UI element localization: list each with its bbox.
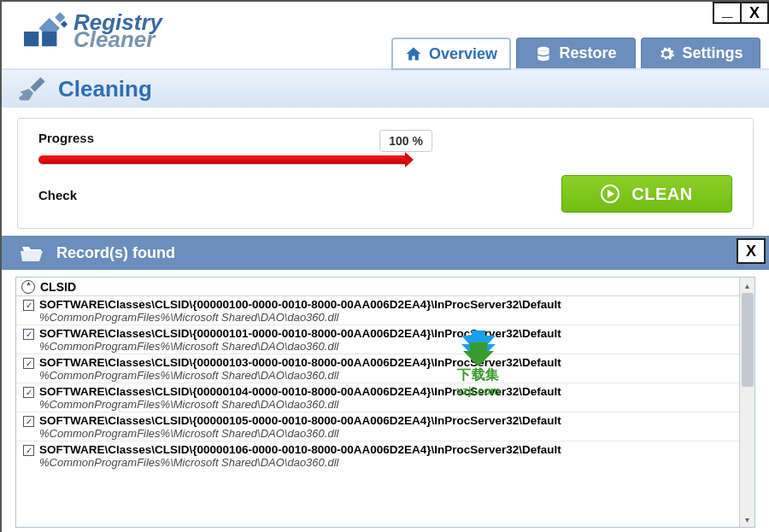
records-bar: Record(s) found X (2, 236, 769, 270)
section-bar-cleaning: Cleaning (2, 70, 769, 108)
record-row[interactable]: SOFTWARE\Classes\CLSID\{00000104-0000-00… (16, 383, 739, 412)
record-checkbox[interactable] (23, 358, 34, 369)
svg-point-5 (538, 46, 549, 50)
record-subpath: %CommonProgramFiles%\Microsoft Shared\DA… (39, 311, 732, 324)
logo-icon (21, 10, 70, 51)
record-path: SOFTWARE\Classes\CLSID\{00000105-0000-00… (39, 414, 561, 427)
app-header: Registry Cleaner _ X Overview Restore Se… (2, 2, 769, 70)
app-logo: Registry Cleaner (21, 10, 162, 51)
clean-button[interactable]: CLEAN (561, 175, 732, 213)
records-scrollbar[interactable]: ▴ ▾ (739, 278, 754, 527)
scrollbar-thumb[interactable] (742, 293, 754, 387)
section-title: Cleaning (58, 76, 152, 102)
tab-restore[interactable]: Restore (516, 38, 636, 68)
record-path: SOFTWARE\Classes\CLSID\{00000104-0000-00… (39, 385, 561, 398)
tab-settings[interactable]: Settings (641, 38, 760, 68)
records-group-header[interactable]: ˄ CLSID (16, 278, 739, 296)
progress-card: Progress 100 % Check CLEAN (17, 118, 754, 229)
chevron-up-icon[interactable]: ˄ (21, 280, 35, 294)
scrollbar-track[interactable] (740, 293, 755, 512)
scroll-down-icon[interactable]: ▾ (740, 512, 755, 527)
clean-button-label: CLEAN (631, 184, 692, 204)
record-row[interactable]: SOFTWARE\Classes\CLSID\{00000100-0000-00… (16, 296, 739, 325)
folder-open-icon (21, 243, 44, 262)
record-path: SOFTWARE\Classes\CLSID\{00000106-0000-00… (39, 443, 561, 456)
record-subpath: %CommonProgramFiles%\Microsoft Shared\DA… (39, 340, 732, 353)
tab-restore-label: Restore (559, 44, 616, 62)
records-group-name: CLSID (40, 280, 76, 294)
record-checkbox[interactable] (23, 445, 34, 456)
svg-rect-2 (42, 32, 56, 46)
record-row[interactable]: SOFTWARE\Classes\CLSID\{00000101-0000-00… (16, 325, 739, 354)
svg-rect-0 (24, 32, 38, 46)
svg-rect-4 (61, 20, 68, 27)
play-icon (601, 184, 619, 203)
record-subpath: %CommonProgramFiles%\Microsoft Shared\DA… (39, 369, 732, 382)
database-icon (535, 45, 552, 62)
record-checkbox[interactable] (23, 416, 34, 427)
records-body: ˄ CLSID SOFTWARE\Classes\CLSID\{00000100… (15, 277, 755, 528)
logo-text-2: Cleaner (73, 28, 162, 50)
tab-overview[interactable]: Overview (391, 38, 511, 70)
record-subpath: %CommonProgramFiles%\Microsoft Shared\DA… (39, 398, 732, 411)
scroll-up-icon[interactable]: ▴ (740, 278, 755, 293)
record-checkbox[interactable] (23, 387, 34, 398)
records-title: Record(s) found (56, 244, 175, 262)
record-checkbox[interactable] (23, 329, 34, 340)
progress-bar-wrap: 100 % (38, 155, 732, 164)
close-window-button[interactable]: X (740, 2, 769, 24)
records-list: ˄ CLSID SOFTWARE\Classes\CLSID\{00000100… (16, 278, 739, 527)
record-row[interactable]: SOFTWARE\Classes\CLSID\{00000105-0000-00… (16, 412, 739, 441)
main-tabs: Overview Restore Settings (391, 38, 760, 68)
record-path: SOFTWARE\Classes\CLSID\{00000101-0000-00… (39, 327, 561, 340)
record-row[interactable]: SOFTWARE\Classes\CLSID\{00000106-0000-00… (16, 441, 739, 470)
progress-bar (38, 155, 411, 164)
brush-icon (19, 77, 48, 101)
svg-rect-3 (55, 12, 65, 22)
window-controls: _ X (714, 2, 769, 24)
gear-icon (658, 45, 675, 62)
record-path: SOFTWARE\Classes\CLSID\{00000103-0000-00… (39, 356, 561, 369)
tab-settings-label: Settings (682, 44, 743, 62)
record-subpath: %CommonProgramFiles%\Microsoft Shared\DA… (39, 427, 732, 440)
tab-overview-label: Overview (429, 45, 497, 63)
record-path: SOFTWARE\Classes\CLSID\{00000100-0000-00… (39, 298, 561, 311)
home-icon (405, 45, 422, 62)
record-row[interactable]: SOFTWARE\Classes\CLSID\{00000103-0000-00… (16, 354, 739, 383)
record-checkbox[interactable] (23, 300, 34, 311)
records-close-button[interactable]: X (737, 238, 766, 264)
minimize-button[interactable]: _ (713, 2, 742, 24)
record-subpath: %CommonProgramFiles%\Microsoft Shared\DA… (39, 456, 732, 469)
progress-value-badge: 100 % (379, 130, 432, 152)
